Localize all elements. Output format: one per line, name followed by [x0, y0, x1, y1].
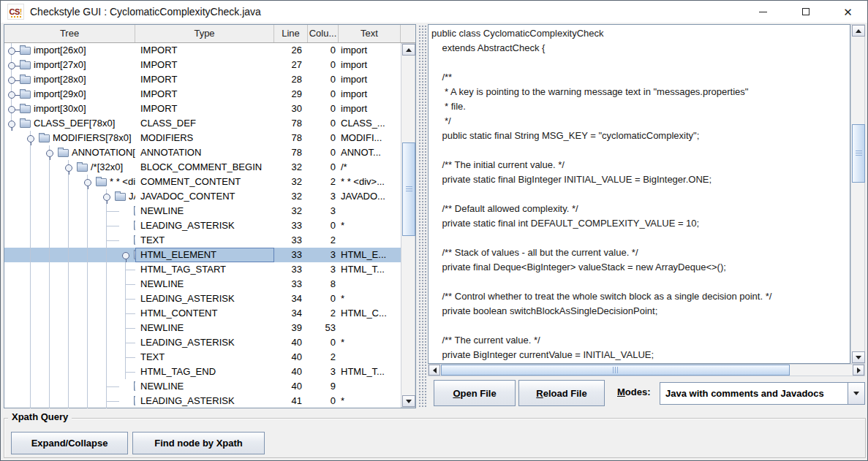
tree-cell[interactable]: CLASS_DEF[78x0]	[4, 116, 135, 131]
column-cell[interactable]: 0	[308, 43, 339, 58]
table-row[interactable]: NEWLINE338	[4, 277, 401, 292]
table-row[interactable]: import[29x0]IMPORT290import	[4, 87, 401, 102]
text-cell[interactable]	[339, 350, 401, 365]
tree-cell[interactable]: ANNOTATION[78x0]	[4, 145, 135, 160]
column-cell[interactable]: 0	[308, 131, 339, 145]
table-row[interactable]: import[30x0]IMPORT300import	[4, 102, 401, 116]
combobox-dropdown-button[interactable]	[848, 383, 864, 404]
column-cell[interactable]: 2	[308, 306, 339, 321]
table-row[interactable]: CLASS_DEF[78x0]CLASS_DEF780CLASS_...	[4, 116, 401, 131]
tree-cell[interactable]	[4, 204, 135, 218]
tree-cell[interactable]	[4, 365, 135, 379]
column-cell[interactable]: 53	[308, 321, 339, 335]
scrollbar-thumb[interactable]	[852, 124, 865, 183]
code-vertical-scrollbar[interactable]	[850, 24, 865, 364]
type-cell[interactable]: JAVADOC_CONTENT	[135, 189, 274, 204]
line-cell[interactable]: 78	[274, 116, 308, 131]
line-cell[interactable]: 32	[274, 204, 308, 218]
tree-cell[interactable]	[4, 379, 135, 394]
type-cell[interactable]: NEWLINE	[135, 379, 274, 394]
line-cell[interactable]: 33	[274, 262, 308, 277]
line-cell[interactable]: 32	[274, 160, 308, 175]
text-cell[interactable]: *	[339, 394, 401, 408]
column-cell[interactable]: 0	[308, 145, 339, 160]
column-cell[interactable]: 0	[308, 116, 339, 131]
expand-handle-icon[interactable]	[8, 47, 15, 55]
table-row[interactable]: LEADING_ASTERISK400*	[4, 335, 401, 350]
code-horizontal-scrollbar[interactable]	[428, 364, 865, 376]
tree-cell[interactable]	[4, 262, 135, 277]
table-row[interactable]: TEXT332	[4, 233, 401, 248]
tree-cell[interactable]	[4, 306, 135, 321]
line-cell[interactable]: 33	[274, 218, 308, 233]
column-header-tree[interactable]: Tree	[4, 25, 135, 42]
type-cell[interactable]: HTML_ELEMENT	[135, 248, 274, 262]
expand-handle-icon[interactable]	[65, 164, 72, 172]
scroll-up-button[interactable]	[402, 44, 415, 56]
column-cell[interactable]: 9	[308, 379, 339, 394]
column-cell[interactable]: 0	[308, 102, 339, 116]
scroll-up-button[interactable]	[852, 25, 865, 37]
type-cell[interactable]: LEADING_ASTERISK	[135, 218, 274, 233]
table-row[interactable]: LEADING_ASTERISK340*	[4, 292, 401, 306]
expand-collapse-button[interactable]: Expand/Collapse	[11, 432, 128, 454]
scroll-left-button[interactable]	[429, 365, 440, 376]
text-cell[interactable]: import	[339, 43, 401, 58]
column-cell[interactable]: 3	[308, 365, 339, 379]
line-cell[interactable]: 78	[274, 145, 308, 160]
table-row[interactable]: TEXT402	[4, 350, 401, 365]
expand-handle-icon[interactable]	[8, 77, 15, 84]
tree-cell[interactable]	[4, 321, 135, 335]
column-cell[interactable]: 2	[308, 175, 339, 189]
table-row[interactable]: /*[32x0]BLOCK_COMMENT_BEGIN320/*	[4, 160, 401, 175]
tree-cell[interactable]: import[28x0]	[4, 72, 135, 87]
tree-cell[interactable]	[4, 394, 135, 408]
line-cell[interactable]: 33	[274, 277, 308, 292]
column-cell[interactable]: 0	[308, 292, 339, 306]
table-row[interactable]: import[28x0]IMPORT280import	[4, 72, 401, 87]
tree-cell[interactable]: * * <div>	[4, 175, 135, 189]
text-cell[interactable]: import	[339, 58, 401, 72]
type-cell[interactable]: LEADING_ASTERISK	[135, 335, 274, 350]
type-cell[interactable]: ANNOTATION	[135, 145, 274, 160]
table-row[interactable]: HTML_TAG_START333HTML_T...	[4, 262, 401, 277]
column-cell[interactable]: 3	[308, 262, 339, 277]
line-cell[interactable]: 32	[274, 175, 308, 189]
line-cell[interactable]: 34	[274, 306, 308, 321]
expand-handle-icon[interactable]	[8, 121, 15, 128]
table-row[interactable]: NEWLINE323	[4, 204, 401, 218]
tree-cell[interactable]	[4, 218, 135, 233]
titlebar[interactable]: CS! Checkstyle GUI : CyclomaticComplexit…	[1, 1, 867, 23]
column-cell[interactable]: 2	[308, 233, 339, 248]
type-cell[interactable]: NEWLINE	[135, 204, 274, 218]
reload-file-button[interactable]: Reload File	[518, 380, 605, 406]
line-cell[interactable]: 41	[274, 394, 308, 408]
table-row[interactable]: LEADING_ASTERISK410*	[4, 394, 401, 408]
type-cell[interactable]: TEXT	[135, 233, 274, 248]
type-cell[interactable]: NEWLINE	[135, 321, 274, 335]
type-cell[interactable]: HTML_TAG_END	[135, 365, 274, 379]
type-cell[interactable]: TEXT	[135, 350, 274, 365]
scrollbar-thumb[interactable]	[402, 142, 415, 236]
tree-cell[interactable]	[4, 233, 135, 248]
text-cell[interactable]	[339, 233, 401, 248]
text-cell[interactable]: *	[339, 292, 401, 306]
table-row[interactable]: HTML_ELEMENT333HTML_E...	[4, 248, 401, 262]
text-cell[interactable]	[339, 204, 401, 218]
table-row[interactable]: NEWLINE3953	[4, 321, 401, 335]
text-cell[interactable]: import	[339, 102, 401, 116]
table-row[interactable]: import[27x0]IMPORT270import	[4, 58, 401, 72]
column-cell[interactable]: 0	[308, 160, 339, 175]
column-header-line[interactable]: Line	[274, 25, 308, 42]
expand-handle-icon[interactable]	[103, 194, 110, 201]
type-cell[interactable]: IMPORT	[135, 87, 274, 102]
text-cell[interactable]: * * <div>...	[339, 175, 401, 189]
table-row[interactable]: HTML_CONTENT342HTML_C...	[4, 306, 401, 321]
split-pane-divider[interactable]	[418, 24, 426, 408]
text-cell[interactable]	[339, 321, 401, 335]
line-cell[interactable]: 40	[274, 350, 308, 365]
tree-cell[interactable]: import[27x0]	[4, 58, 135, 72]
text-cell[interactable]: MODIFI...	[339, 131, 401, 145]
text-cell[interactable]	[339, 277, 401, 292]
column-cell[interactable]: 2	[308, 350, 339, 365]
